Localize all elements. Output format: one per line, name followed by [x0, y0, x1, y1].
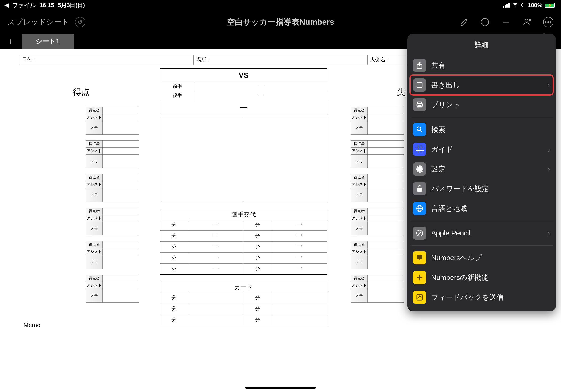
- menu-password[interactable]: パスワードを設定: [410, 179, 553, 199]
- menu-help[interactable]: Numbersヘルプ: [410, 248, 553, 268]
- sub-min[interactable]: 分: [244, 264, 272, 274]
- sub-arrow[interactable]: ⟶: [188, 230, 244, 241]
- back-to-app-caret[interactable]: ◀: [5, 2, 9, 8]
- sub-min[interactable]: 分: [160, 264, 188, 274]
- menu-apple-pencil[interactable]: Apple Pencil ›: [410, 223, 553, 243]
- second-half-row[interactable]: 後半 —: [160, 91, 327, 100]
- insert-button[interactable]: [501, 17, 511, 27]
- card-cell[interactable]: [272, 303, 327, 314]
- card-min[interactable]: 分: [160, 292, 188, 303]
- card-cell[interactable]: [272, 292, 327, 303]
- score-card[interactable]: 得点者アシストメモ: [86, 174, 139, 202]
- sub-min[interactable]: 分: [244, 242, 272, 252]
- sub-min[interactable]: 分: [160, 242, 188, 252]
- sub-min[interactable]: 分: [244, 230, 272, 241]
- total-row[interactable]: —: [160, 101, 327, 114]
- score-card[interactable]: 得点者アシストメモ: [86, 275, 139, 303]
- field-diagram[interactable]: [160, 118, 327, 202]
- scorer-label: 得点者: [351, 174, 368, 181]
- collaborate-icon[interactable]: [522, 17, 532, 27]
- memo-heading: Memo: [23, 322, 40, 329]
- menu-export[interactable]: 書き出し ›: [410, 75, 553, 95]
- more-button[interactable]: •••: [543, 17, 553, 27]
- menu-search[interactable]: 検索: [410, 120, 553, 139]
- sub-arrow[interactable]: ⟶: [188, 242, 244, 252]
- add-sheet-button[interactable]: ＋: [0, 34, 21, 49]
- score-card[interactable]: 得点者アシストメモ: [351, 207, 404, 236]
- card-min[interactable]: 分: [160, 303, 188, 314]
- assist-label: アシスト: [86, 181, 103, 188]
- sub-arrow[interactable]: ⟶: [272, 219, 327, 230]
- svg-point-4: [525, 19, 528, 22]
- sub-arrow[interactable]: ⟶: [272, 230, 327, 241]
- sub-min[interactable]: 分: [244, 219, 272, 230]
- menu-share[interactable]: 共有: [410, 55, 553, 75]
- vs-header[interactable]: VS: [160, 68, 327, 83]
- scorer-label: 得点者: [86, 275, 103, 282]
- info-place[interactable]: 場所：: [194, 55, 368, 65]
- card-cell[interactable]: [188, 315, 244, 325]
- sub-arrow[interactable]: ⟶: [188, 219, 244, 230]
- substitution-title: 選手交代: [160, 209, 327, 220]
- card-min[interactable]: 分: [160, 315, 188, 325]
- card-cell[interactable]: [272, 315, 327, 325]
- card-min[interactable]: 分: [244, 303, 272, 314]
- score-card[interactable]: 得点者アシストメモ: [86, 241, 139, 269]
- sub-min[interactable]: 分: [160, 230, 188, 241]
- menu-guide[interactable]: ガイド ›: [410, 139, 553, 159]
- memo-label: メモ: [351, 155, 368, 168]
- score-card[interactable]: 得点者アシストメモ: [351, 140, 404, 168]
- score-card[interactable]: 得点者アシストメモ: [351, 275, 404, 303]
- score-card[interactable]: 得点者アシストメモ: [351, 174, 404, 202]
- sub-arrow[interactable]: ⟶: [272, 242, 327, 252]
- sub-min[interactable]: 分: [244, 253, 272, 263]
- scorer-label: 得点者: [86, 241, 103, 248]
- second-half-value[interactable]: —: [195, 91, 327, 100]
- score-card[interactable]: 得点者アシストメモ: [86, 107, 139, 135]
- sheet-tab-1[interactable]: シート1: [22, 34, 74, 49]
- document-title[interactable]: 空白サッカー指導表Numbers: [227, 17, 334, 28]
- menu-feedback[interactable]: フィードバックを送信: [410, 287, 553, 307]
- assist-label: アシスト: [351, 148, 368, 154]
- card-cell[interactable]: [188, 292, 244, 303]
- menu-language[interactable]: 言語と地域: [410, 199, 553, 218]
- cards-table[interactable]: 分分 分分 分分: [160, 292, 327, 326]
- card-min[interactable]: 分: [244, 292, 272, 303]
- scorer-label: 得点者: [86, 141, 103, 147]
- sub-arrow[interactable]: ⟶: [188, 264, 244, 274]
- format-brush-icon[interactable]: [459, 17, 469, 27]
- score-card[interactable]: 得点者アシストメモ: [351, 107, 404, 135]
- first-half-value[interactable]: —: [195, 82, 327, 91]
- memo-label: メモ: [351, 255, 368, 269]
- back-button[interactable]: スプレッドシート: [8, 17, 69, 27]
- memo-label: メモ: [351, 188, 368, 202]
- feedback-icon: [413, 291, 426, 304]
- sub-arrow[interactable]: ⟶: [272, 253, 327, 263]
- sub-min[interactable]: 分: [160, 219, 188, 230]
- sub-arrow[interactable]: ⟶: [272, 264, 327, 274]
- menu-print[interactable]: プリント: [410, 95, 553, 115]
- info-date[interactable]: 日付：: [20, 55, 194, 65]
- comment-icon[interactable]: [480, 17, 490, 27]
- home-indicator[interactable]: [245, 387, 316, 389]
- card-cell[interactable]: [188, 303, 244, 314]
- undo-button[interactable]: ↺: [75, 17, 85, 27]
- title-bar: スプレッドシート ↺ 空白サッカー指導表Numbers •••: [0, 10, 561, 34]
- sub-min[interactable]: 分: [160, 253, 188, 263]
- sub-arrow[interactable]: ⟶: [188, 253, 244, 263]
- first-half-row[interactable]: 前半 —: [160, 82, 327, 91]
- scorer-label: 得点者: [351, 208, 368, 215]
- menu-whatsnew-label: Numbersの新機能: [431, 273, 550, 283]
- menu-settings[interactable]: 設定 ›: [410, 159, 553, 179]
- card-min[interactable]: 分: [244, 315, 272, 325]
- back-to-app-label[interactable]: ファイル: [12, 1, 36, 9]
- score-card[interactable]: 得点者アシストメモ: [351, 241, 404, 269]
- menu-whatsnew[interactable]: Numbersの新機能: [410, 268, 553, 287]
- menu-feedback-label: フィードバックを送信: [431, 293, 550, 302]
- menu-help-label: Numbersヘルプ: [431, 253, 550, 263]
- score-card[interactable]: 得点者アシストメモ: [86, 207, 139, 236]
- score-card[interactable]: 得点者アシストメモ: [86, 140, 139, 168]
- substitution-table[interactable]: 分⟶分⟶ 分⟶分⟶ 分⟶分⟶ 分⟶分⟶ 分⟶分⟶: [160, 219, 327, 275]
- menu-language-label: 言語と地域: [431, 204, 550, 213]
- menu-export-label: 書き出し: [431, 80, 542, 90]
